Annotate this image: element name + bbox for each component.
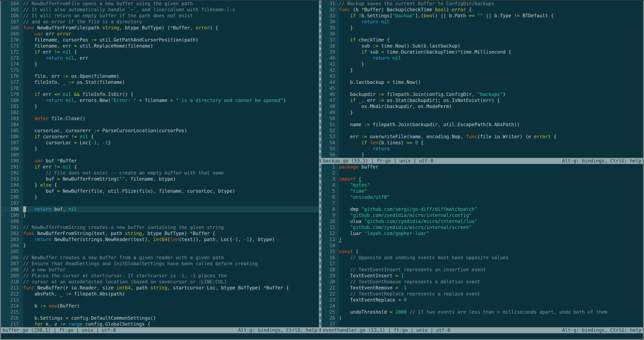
code-line: 16 // Opposite and undoing events must h… (321, 255, 643, 261)
line-number: 213 (1, 297, 23, 303)
code-text (23, 109, 319, 116)
code-text: // Places the cursor at startcursor. If … (23, 273, 319, 279)
code-line: 18 // TextEventInsert represents an inse… (321, 267, 643, 273)
line-number: 18 (321, 267, 339, 273)
code-line: 173 return nil, err (1, 55, 319, 61)
editor-pane-buffer-go[interactable]: 164// NewBufferFromFile opens a new buff… (1, 1, 319, 333)
code-text: // File does not exist -- create an empt… (23, 170, 319, 176)
code-line: 24 (321, 303, 643, 309)
line-number: 196 (1, 194, 23, 200)
code-line: 17 (321, 261, 643, 267)
code-text: b.Settings = config.DefaultCommonSetting… (23, 315, 319, 321)
line-number: 181 (1, 103, 23, 109)
code-text: // NewBufferFromFile opens a new buffer … (23, 1, 319, 7)
pane-divider[interactable] (319, 1, 321, 333)
line-number: 56 (321, 152, 339, 158)
line-number: 179 (1, 91, 23, 97)
code-line: 45 (321, 85, 643, 91)
line-number: 37 (321, 37, 339, 43)
code-text: } (23, 61, 319, 67)
code-line: 12 luar "layeh.com/gopher-luar" (321, 231, 643, 237)
code-text: return nil (339, 55, 643, 61)
line-number: 198 (1, 206, 23, 212)
code-text (339, 243, 643, 249)
line-number: 49 (321, 109, 339, 116)
code-text: // TextEventInsert represents an inserti… (339, 267, 643, 273)
code-text: return nil, err (23, 55, 319, 61)
code-line: 25 undoThreshold = 1000 // If two events… (321, 309, 643, 315)
code-text: luar "layeh.com/gopher-luar" (339, 231, 643, 237)
line-number: 32 (321, 7, 339, 13)
line-number: 47 (321, 97, 339, 103)
code-line: 187 cursorLoc = Loc{-1, -1} (1, 140, 319, 146)
code-text: // a new buffer (23, 267, 319, 273)
line-number: 12 (321, 231, 339, 237)
code-line: 183 defer file.Close() (1, 116, 319, 122)
code-text (23, 200, 319, 206)
code-line: 171 filename, err = util.ReplaceHome(fil… (1, 43, 319, 49)
code-area-backup-go[interactable]: 31// Backup saves the current buffer to … (321, 1, 643, 158)
code-text: "github.com/zyedidia/micro/internal/conf… (339, 212, 643, 218)
code-text (339, 261, 643, 267)
statusbar-help-hint: Alt-g: bindings, CtrlG: help (562, 327, 641, 333)
code-line: 179 if err == nil && fileInfo.IsDir() { (1, 91, 319, 97)
code-line: 215 (1, 309, 319, 315)
line-number: 39 (321, 49, 339, 55)
code-line: 210// cursor at an autodetected location… (1, 279, 319, 285)
code-text: var err error (23, 31, 319, 37)
code-text: // NewBufferFromString creates a new buf… (23, 224, 319, 231)
code-text: } else { (23, 182, 319, 188)
line-number: 203 (1, 237, 23, 243)
line-number: 208 (1, 267, 23, 273)
code-text (339, 200, 643, 206)
code-text: filename, cursorPos := util.GetPathAndCu… (23, 37, 319, 43)
line-number: 189 (1, 152, 23, 158)
code-text: buf = NewBufferFromString("", filename, … (23, 176, 319, 182)
line-number: 206 (1, 255, 23, 261)
code-text: } (23, 146, 319, 152)
code-line: 193 buf = NewBufferFromString("", filena… (1, 176, 319, 182)
line-number: 207 (1, 261, 23, 267)
code-line: 55 return (321, 146, 643, 152)
code-text: // cursor at an autodetected location (b… (23, 279, 319, 285)
code-text: } (23, 103, 319, 109)
code-line: 33 if !b.Settings["backup"].(bool) || b.… (321, 13, 643, 19)
code-text: } (339, 152, 643, 158)
code-line: 19 TextEventInsert = 1 (321, 273, 643, 279)
code-text: if checkTime { (339, 37, 643, 43)
line-number: 211 (1, 285, 23, 291)
line-number: 51 (321, 122, 339, 128)
code-line: 186 if cursorerr != nil { (1, 134, 319, 140)
code-line: 206// NewBuffer creates a new buffer fro… (1, 255, 319, 261)
line-number: 21 (321, 285, 339, 291)
code-line: 177 fileInfo, _ := os.Stat(filename) (1, 79, 319, 85)
code-line: 181 } (1, 103, 319, 109)
code-line: 199} (1, 212, 319, 218)
statusbar-buffer-go: buffer.go (198,1) | ft:go | unix | utf-8… (1, 327, 319, 333)
line-number: 6 (321, 194, 339, 200)
line-number: 44 (321, 79, 339, 85)
code-line: 167// and an error if the file is a dire… (1, 19, 319, 25)
code-line: 47 if _, err := os.Stat(backupdir); os.I… (321, 97, 643, 103)
code-text (23, 67, 319, 73)
code-line: 1package buffer (321, 164, 643, 170)
line-number: 192 (1, 170, 23, 176)
code-line: 207// Ensure that ReadSettings and InitG… (1, 261, 319, 267)
code-line: 6 "unicode/utf8" (321, 194, 643, 200)
command-line[interactable] (1, 333, 643, 339)
code-text: // and an error if the file is a directo… (23, 19, 319, 25)
line-number: 27 (321, 321, 339, 327)
code-area-eventhandler-go[interactable]: 1package buffer23import (4 "bytes"5 "tim… (321, 164, 643, 327)
code-text: return (339, 146, 643, 152)
code-text (339, 85, 643, 91)
code-area-buffer-go[interactable]: 164// NewBufferFromFile opens a new buff… (1, 1, 319, 327)
code-text (339, 128, 643, 134)
line-number: 180 (1, 97, 23, 103)
code-line: 172 if err != nil { (1, 49, 319, 55)
code-line: 4 "bytes" (321, 182, 643, 188)
line-number: 17 (321, 261, 339, 267)
line-number: 38 (321, 43, 339, 49)
code-text: if cursorerr != nil { (23, 134, 319, 140)
line-number: 209 (1, 273, 23, 279)
code-text: fileInfo, _ := os.Stat(filename) (23, 79, 319, 85)
